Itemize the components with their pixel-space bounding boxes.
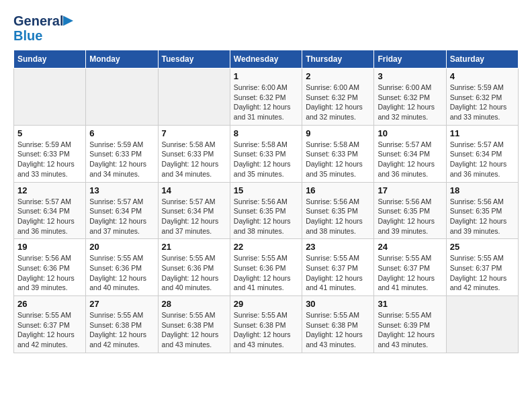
day-number: 9 bbox=[306, 128, 370, 138]
calendar-day-cell: 1Sunrise: 6:00 AMSunset: 6:32 PMDaylight… bbox=[230, 68, 302, 126]
weekday-header-cell: Tuesday bbox=[158, 50, 230, 68]
calendar-day-cell: 22Sunrise: 5:55 AMSunset: 6:36 PMDayligh… bbox=[230, 239, 302, 296]
day-info: Sunrise: 6:00 AMSunset: 6:32 PMDaylight:… bbox=[234, 83, 298, 122]
calendar-day-cell: 16Sunrise: 5:56 AMSunset: 6:35 PMDayligh… bbox=[302, 182, 374, 239]
calendar-day-cell: 19Sunrise: 5:56 AMSunset: 6:36 PMDayligh… bbox=[14, 239, 86, 296]
weekday-header-cell: Thursday bbox=[302, 50, 374, 68]
calendar-day-cell: 31Sunrise: 5:55 AMSunset: 6:39 PMDayligh… bbox=[374, 296, 446, 353]
day-number: 29 bbox=[234, 299, 298, 309]
day-number: 1 bbox=[234, 71, 298, 81]
calendar-day-cell bbox=[86, 68, 158, 126]
day-number: 4 bbox=[450, 71, 515, 81]
calendar-day-cell bbox=[158, 68, 230, 126]
weekday-header-cell: Monday bbox=[86, 50, 158, 68]
calendar-day-cell: 18Sunrise: 5:56 AMSunset: 6:35 PMDayligh… bbox=[446, 182, 518, 239]
day-number: 2 bbox=[306, 71, 370, 81]
calendar-day-cell: 3Sunrise: 6:00 AMSunset: 6:32 PMDaylight… bbox=[374, 68, 446, 126]
day-info: Sunrise: 5:55 AMSunset: 6:36 PMDaylight:… bbox=[89, 253, 154, 293]
calendar-week-row: 1Sunrise: 6:00 AMSunset: 6:32 PMDaylight… bbox=[14, 68, 519, 126]
calendar-day-cell: 23Sunrise: 5:55 AMSunset: 6:37 PMDayligh… bbox=[302, 239, 374, 296]
weekday-header-cell: Wednesday bbox=[230, 50, 302, 68]
calendar-day-cell: 6Sunrise: 5:59 AMSunset: 6:33 PMDaylight… bbox=[86, 125, 158, 182]
day-info: Sunrise: 5:57 AMSunset: 6:34 PMDaylight:… bbox=[89, 197, 154, 236]
calendar-week-row: 12Sunrise: 5:57 AMSunset: 6:34 PMDayligh… bbox=[14, 182, 519, 239]
day-info: Sunrise: 5:56 AMSunset: 6:35 PMDaylight:… bbox=[378, 197, 442, 236]
day-info: Sunrise: 5:58 AMSunset: 6:33 PMDaylight:… bbox=[234, 140, 298, 179]
day-info: Sunrise: 5:59 AMSunset: 6:33 PMDaylight:… bbox=[17, 140, 82, 179]
day-number: 10 bbox=[378, 128, 442, 138]
day-info: Sunrise: 5:55 AMSunset: 6:38 PMDaylight:… bbox=[234, 310, 298, 350]
day-number: 14 bbox=[162, 185, 226, 195]
calendar-day-cell: 4Sunrise: 5:59 AMSunset: 6:32 PMDaylight… bbox=[446, 68, 518, 126]
calendar-day-cell: 10Sunrise: 5:57 AMSunset: 6:34 PMDayligh… bbox=[374, 125, 446, 182]
logo-text: General▶Blue bbox=[13, 13, 73, 43]
day-number: 25 bbox=[450, 242, 515, 252]
day-number: 16 bbox=[306, 185, 370, 195]
day-number: 31 bbox=[378, 299, 442, 309]
day-info: Sunrise: 5:55 AMSunset: 6:36 PMDaylight:… bbox=[234, 253, 298, 293]
calendar-day-cell: 2Sunrise: 6:00 AMSunset: 6:32 PMDaylight… bbox=[302, 68, 374, 126]
day-number: 23 bbox=[306, 242, 370, 252]
calendar-day-cell: 30Sunrise: 5:55 AMSunset: 6:38 PMDayligh… bbox=[302, 296, 374, 353]
calendar-day-cell: 15Sunrise: 5:56 AMSunset: 6:35 PMDayligh… bbox=[230, 182, 302, 239]
calendar-table: SundayMondayTuesdayWednesdayThursdayFrid… bbox=[13, 50, 519, 353]
day-info: Sunrise: 5:55 AMSunset: 6:37 PMDaylight:… bbox=[450, 253, 515, 293]
day-number: 18 bbox=[450, 185, 515, 195]
day-number: 22 bbox=[234, 242, 298, 252]
logo: General▶Blue bbox=[13, 13, 73, 43]
day-number: 3 bbox=[378, 71, 442, 81]
calendar-day-cell: 5Sunrise: 5:59 AMSunset: 6:33 PMDaylight… bbox=[14, 125, 86, 182]
calendar-day-cell bbox=[14, 68, 86, 126]
day-number: 19 bbox=[17, 242, 82, 252]
day-info: Sunrise: 6:00 AMSunset: 6:32 PMDaylight:… bbox=[306, 83, 370, 122]
day-number: 24 bbox=[378, 242, 442, 252]
day-number: 17 bbox=[378, 185, 442, 195]
day-info: Sunrise: 5:55 AMSunset: 6:38 PMDaylight:… bbox=[306, 310, 370, 350]
weekday-header-cell: Friday bbox=[374, 50, 446, 68]
day-info: Sunrise: 5:59 AMSunset: 6:33 PMDaylight:… bbox=[89, 140, 154, 179]
day-number: 6 bbox=[89, 128, 154, 138]
day-number: 13 bbox=[89, 185, 154, 195]
day-number: 15 bbox=[234, 185, 298, 195]
calendar-day-cell: 9Sunrise: 5:58 AMSunset: 6:33 PMDaylight… bbox=[302, 125, 374, 182]
day-number: 11 bbox=[450, 128, 515, 138]
page-header: General▶Blue bbox=[13, 13, 519, 43]
calendar-week-row: 26Sunrise: 5:55 AMSunset: 6:37 PMDayligh… bbox=[14, 296, 519, 353]
weekday-header-row: SundayMondayTuesdayWednesdayThursdayFrid… bbox=[14, 50, 519, 68]
day-info: Sunrise: 5:58 AMSunset: 6:33 PMDaylight:… bbox=[162, 140, 226, 179]
weekday-header-cell: Saturday bbox=[446, 50, 518, 68]
day-number: 7 bbox=[162, 128, 226, 138]
day-number: 26 bbox=[17, 299, 82, 309]
day-info: Sunrise: 5:55 AMSunset: 6:38 PMDaylight:… bbox=[162, 310, 226, 350]
day-info: Sunrise: 5:55 AMSunset: 6:36 PMDaylight:… bbox=[162, 253, 226, 293]
weekday-header-cell: Sunday bbox=[14, 50, 86, 68]
calendar-day-cell: 17Sunrise: 5:56 AMSunset: 6:35 PMDayligh… bbox=[374, 182, 446, 239]
day-info: Sunrise: 6:00 AMSunset: 6:32 PMDaylight:… bbox=[378, 83, 442, 122]
calendar-body: 1Sunrise: 6:00 AMSunset: 6:32 PMDaylight… bbox=[14, 68, 519, 353]
day-info: Sunrise: 5:56 AMSunset: 6:36 PMDaylight:… bbox=[17, 253, 82, 293]
calendar-day-cell: 29Sunrise: 5:55 AMSunset: 6:38 PMDayligh… bbox=[230, 296, 302, 353]
day-number: 21 bbox=[162, 242, 226, 252]
calendar-day-cell: 26Sunrise: 5:55 AMSunset: 6:37 PMDayligh… bbox=[14, 296, 86, 353]
day-info: Sunrise: 5:55 AMSunset: 6:37 PMDaylight:… bbox=[306, 253, 370, 293]
day-info: Sunrise: 5:59 AMSunset: 6:32 PMDaylight:… bbox=[450, 83, 515, 122]
day-number: 12 bbox=[17, 185, 82, 195]
calendar-day-cell: 14Sunrise: 5:57 AMSunset: 6:34 PMDayligh… bbox=[158, 182, 230, 239]
day-info: Sunrise: 5:57 AMSunset: 6:34 PMDaylight:… bbox=[450, 140, 515, 179]
day-info: Sunrise: 5:57 AMSunset: 6:34 PMDaylight:… bbox=[378, 140, 442, 179]
day-info: Sunrise: 5:56 AMSunset: 6:35 PMDaylight:… bbox=[234, 197, 298, 236]
day-number: 27 bbox=[89, 299, 154, 309]
calendar-day-cell: 13Sunrise: 5:57 AMSunset: 6:34 PMDayligh… bbox=[86, 182, 158, 239]
calendar-week-row: 5Sunrise: 5:59 AMSunset: 6:33 PMDaylight… bbox=[14, 125, 519, 182]
day-info: Sunrise: 5:58 AMSunset: 6:33 PMDaylight:… bbox=[306, 140, 370, 179]
day-info: Sunrise: 5:55 AMSunset: 6:37 PMDaylight:… bbox=[17, 310, 82, 350]
calendar-day-cell: 11Sunrise: 5:57 AMSunset: 6:34 PMDayligh… bbox=[446, 125, 518, 182]
day-number: 8 bbox=[234, 128, 298, 138]
day-info: Sunrise: 5:55 AMSunset: 6:38 PMDaylight:… bbox=[89, 310, 154, 350]
calendar-day-cell: 27Sunrise: 5:55 AMSunset: 6:38 PMDayligh… bbox=[86, 296, 158, 353]
day-number: 30 bbox=[306, 299, 370, 309]
day-number: 28 bbox=[162, 299, 226, 309]
day-info: Sunrise: 5:55 AMSunset: 6:39 PMDaylight:… bbox=[378, 310, 442, 350]
day-number: 20 bbox=[89, 242, 154, 252]
calendar-day-cell: 8Sunrise: 5:58 AMSunset: 6:33 PMDaylight… bbox=[230, 125, 302, 182]
